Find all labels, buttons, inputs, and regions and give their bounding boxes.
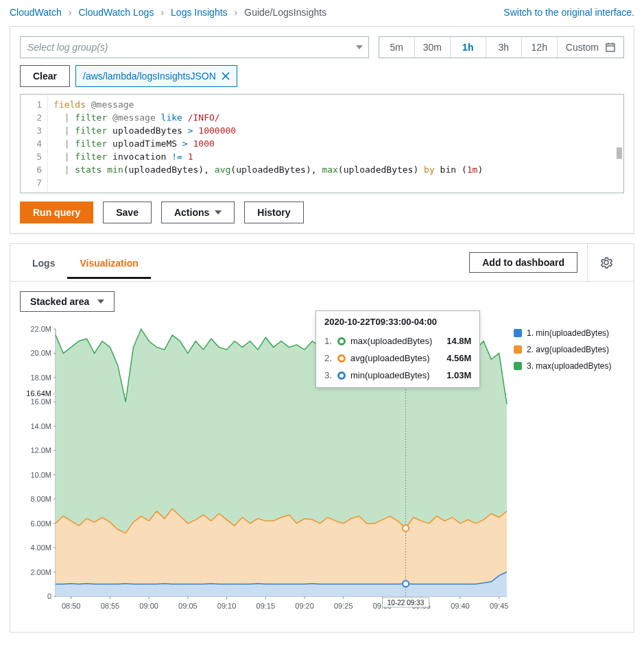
chart-legend: 1. min(uploadedBytes)2. avg(uploadedByte… <box>514 326 624 622</box>
tabs: Logs Visualization <box>20 247 151 279</box>
svg-text:12.0M: 12.0M <box>30 446 51 454</box>
breadcrumb: CloudWatch › CloudWatch Logs › Logs Insi… <box>10 7 326 18</box>
add-to-dashboard-button[interactable]: Add to dashboard <box>469 252 577 273</box>
tooltip-row: 1.max(uploadedBytes)14.8M <box>316 332 479 350</box>
switch-interface-link[interactable]: Switch to the original interface. <box>503 7 634 18</box>
log-group-tag-label: /aws/lambda/logsInsightsJSON <box>83 71 216 82</box>
clear-button[interactable]: Clear <box>20 65 70 87</box>
svg-text:08:50: 08:50 <box>62 602 81 610</box>
time-range-picker: 5m 30m 1h 3h 12h Custom <box>379 36 624 58</box>
svg-text:08:55: 08:55 <box>101 602 120 610</box>
svg-text:4.00M: 4.00M <box>30 543 51 552</box>
query-editor[interactable]: 1234567 fields @message | filter @messag… <box>20 94 624 193</box>
caret-down-icon <box>215 210 222 215</box>
legend-item[interactable]: 2. avg(uploadedBytes) <box>514 345 624 354</box>
caret-down-icon <box>356 45 363 49</box>
svg-point-62 <box>403 580 409 587</box>
svg-text:09:00: 09:00 <box>139 602 158 610</box>
chevron-right-icon: › <box>69 7 72 18</box>
time-range-30m[interactable]: 30m <box>415 37 451 58</box>
gear-icon <box>600 256 612 269</box>
svg-text:10.0M: 10.0M <box>30 471 51 479</box>
svg-text:18.0M: 18.0M <box>30 374 51 382</box>
svg-rect-0 <box>606 44 615 51</box>
breadcrumb-link[interactable]: Logs Insights <box>171 7 228 18</box>
time-range-5m[interactable]: 5m <box>379 37 415 58</box>
svg-text:09:05: 09:05 <box>178 602 198 610</box>
svg-text:22.0M: 22.0M <box>30 326 51 333</box>
svg-text:0: 0 <box>47 592 51 600</box>
calendar-icon <box>606 42 615 52</box>
breadcrumb-current: Guide/LogsInsights <box>244 7 326 18</box>
tooltip-row: 2.avg(uploadedBytes)4.56M <box>316 350 479 367</box>
editor-gutter: 1234567 <box>21 95 48 193</box>
results-panel: Logs Visualization Add to dashboard Stac… <box>10 243 634 633</box>
actions-button[interactable]: Actions <box>161 201 235 223</box>
log-group-tag: /aws/lambda/logsInsightsJSON <box>75 65 237 87</box>
log-group-select[interactable]: Select log group(s) <box>20 36 369 58</box>
svg-point-61 <box>403 525 409 531</box>
breadcrumb-link[interactable]: CloudWatch <box>10 7 62 18</box>
svg-text:10-22 09:33: 10-22 09:33 <box>387 599 425 607</box>
svg-text:09:15: 09:15 <box>257 602 276 610</box>
time-range-custom[interactable]: Custom <box>558 37 623 58</box>
tab-visualization[interactable]: Visualization <box>67 247 150 279</box>
tooltip-title: 2020-10-22T09:33:00-04:00 <box>316 311 479 332</box>
chevron-right-icon: › <box>160 7 164 18</box>
save-button[interactable]: Save <box>103 201 152 223</box>
svg-text:09:10: 09:10 <box>217 602 237 610</box>
svg-text:20.0M: 20.0M <box>30 349 51 357</box>
svg-text:8.00M: 8.00M <box>30 495 51 503</box>
query-panel: Select log group(s) 5m 30m 1h 3h 12h Cus… <box>10 26 634 234</box>
settings-button[interactable] <box>587 244 624 281</box>
editor-code[interactable]: fields @message | filter @message like /… <box>48 95 623 193</box>
svg-text:14.0M: 14.0M <box>30 422 51 430</box>
time-range-12h[interactable]: 12h <box>522 37 558 58</box>
chart-type-select[interactable]: Stacked area <box>20 291 115 312</box>
caret-down-icon <box>97 300 104 304</box>
log-group-placeholder: Select log group(s) <box>27 42 108 53</box>
tooltip-row: 3.min(uploadedBytes)1.03M <box>316 367 479 387</box>
history-button[interactable]: History <box>244 201 303 223</box>
breadcrumb-link[interactable]: CloudWatch Logs <box>78 7 154 18</box>
time-range-1h[interactable]: 1h <box>451 37 486 58</box>
legend-item[interactable]: 3. max(uploadedBytes) <box>514 361 624 371</box>
svg-text:09:45: 09:45 <box>490 602 509 610</box>
legend-item[interactable]: 1. min(uploadedBytes) <box>514 328 624 338</box>
svg-text:2.00M: 2.00M <box>30 568 51 576</box>
tab-logs[interactable]: Logs <box>20 247 67 279</box>
svg-text:09:20: 09:20 <box>295 602 314 610</box>
svg-text:6.00M: 6.00M <box>30 520 51 528</box>
run-query-button[interactable]: Run query <box>20 201 93 223</box>
svg-text:16.64M: 16.64M <box>26 389 51 398</box>
chart-tooltip: 2020-10-22T09:33:00-04:00 1.max(uploaded… <box>315 310 480 388</box>
chevron-right-icon: › <box>235 7 238 18</box>
time-range-3h[interactable]: 3h <box>486 37 522 58</box>
svg-text:16.0M: 16.0M <box>30 398 51 406</box>
svg-text:09:25: 09:25 <box>334 602 353 610</box>
close-icon[interactable] <box>222 72 230 80</box>
svg-text:09:40: 09:40 <box>451 602 470 610</box>
